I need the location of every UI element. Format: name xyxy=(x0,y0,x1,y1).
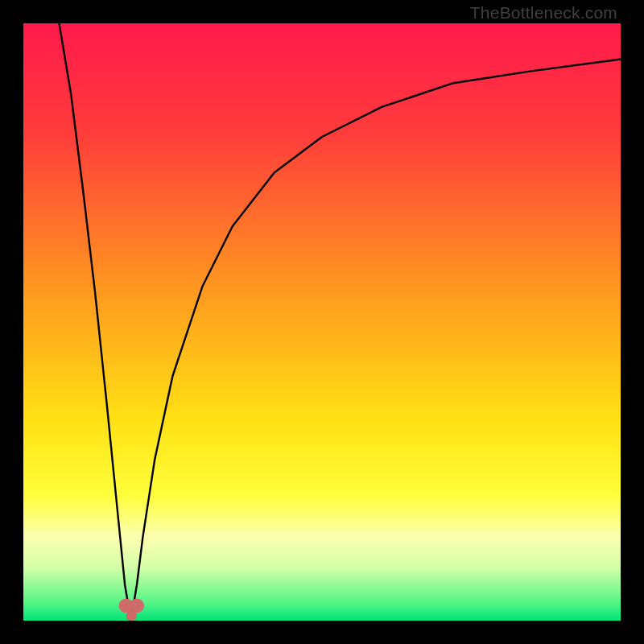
min-marker xyxy=(130,598,144,613)
min-markers xyxy=(119,598,144,621)
bottleneck-curve xyxy=(60,23,621,621)
watermark-text: TheBottleneck.com xyxy=(470,3,617,23)
curve-layer xyxy=(23,23,621,621)
plot-area xyxy=(23,23,621,621)
chart-frame: { "watermark": { "text": "TheBottleneck.… xyxy=(0,0,644,644)
min-marker-bridge xyxy=(126,611,137,621)
